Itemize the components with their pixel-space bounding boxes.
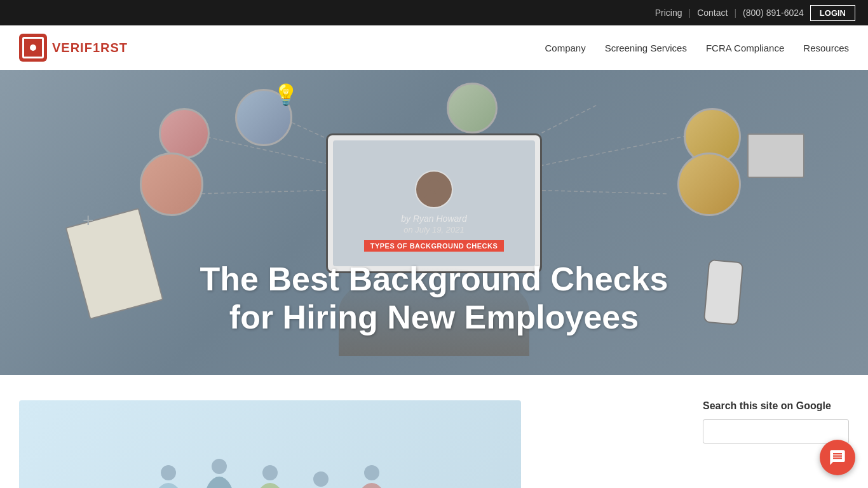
logo[interactable]: VERIF1RST	[19, 34, 128, 62]
mini-person-1	[153, 483, 184, 488]
author-avatar-icon	[420, 175, 448, 203]
google-search-input[interactable]	[703, 419, 849, 444]
nav-company[interactable]: Company	[545, 43, 585, 53]
hero-title-line1: The Best Background Checks	[200, 261, 668, 297]
chat-icon	[829, 449, 846, 466]
nav-screening-services[interactable]: Screening Services	[605, 43, 687, 53]
hero-content: by Ryan Howard on July 19, 2021 Types of…	[200, 170, 668, 337]
person-circle-top-left	[159, 108, 210, 159]
notebook-decoration	[65, 208, 164, 320]
main-content-area	[19, 400, 684, 488]
hero-author: by Ryan Howard	[200, 214, 668, 224]
hero-date: on July 19, 2021	[200, 225, 668, 234]
nav-fcra-compliance[interactable]: FCRA Compliance	[706, 43, 784, 53]
svg-point-7	[424, 193, 444, 203]
plus-decoration: +	[83, 210, 94, 231]
main-nav: Company Screening Services FCRA Complian…	[545, 43, 849, 53]
hero-tag[interactable]: Types of Background Checks	[364, 240, 505, 252]
login-button[interactable]: LOGIN	[810, 5, 855, 21]
mini-person-2	[203, 477, 235, 488]
logo-icon	[19, 34, 47, 62]
logo-icon-inner	[30, 44, 36, 51]
author-avatar	[415, 170, 453, 208]
logo-irst: 1RST	[93, 41, 128, 55]
phone-decoration	[703, 259, 744, 325]
hero-title: The Best Background Checks for Hiring Ne…	[200, 261, 668, 337]
hero-title-line2: for Hiring New Employees	[229, 299, 639, 336]
contact-link[interactable]: Contact	[697, 8, 728, 18]
svg-point-6	[428, 179, 440, 192]
below-fold-section: Search this site on Google	[0, 375, 868, 488]
mini-person-5	[356, 483, 388, 488]
folder-decoration	[747, 133, 804, 178]
logo-text: VERIF1RST	[52, 41, 128, 55]
logo-veri: VERIF	[52, 41, 93, 55]
header: VERIF1RST Company Screening Services FCR…	[0, 25, 868, 70]
chat-bubble-button[interactable]	[820, 440, 855, 475]
mini-person-3	[254, 483, 286, 488]
hero-section: + 💡 by Ryan Howard on July 19, 2021 Type…	[0, 70, 868, 375]
bulb-decoration: 💡	[273, 83, 299, 114]
article-featured-image	[19, 400, 521, 488]
top-bar: Pricing | Contact | (800) 891-6024 LOGIN	[0, 0, 868, 25]
person-circle-top-center-right	[447, 83, 498, 133]
nav-resources[interactable]: Resources	[803, 43, 849, 53]
sidebar-search-title: Search this site on Google	[703, 400, 849, 412]
phone-link[interactable]: (800) 891-6024	[743, 8, 804, 18]
article-image-inner	[19, 400, 521, 488]
pricing-link[interactable]: Pricing	[655, 8, 682, 18]
divider-2: |	[734, 8, 736, 18]
divider-1: |	[689, 8, 691, 18]
person-circle-mid-left	[140, 152, 203, 216]
person-circle-mid-right	[677, 152, 741, 216]
